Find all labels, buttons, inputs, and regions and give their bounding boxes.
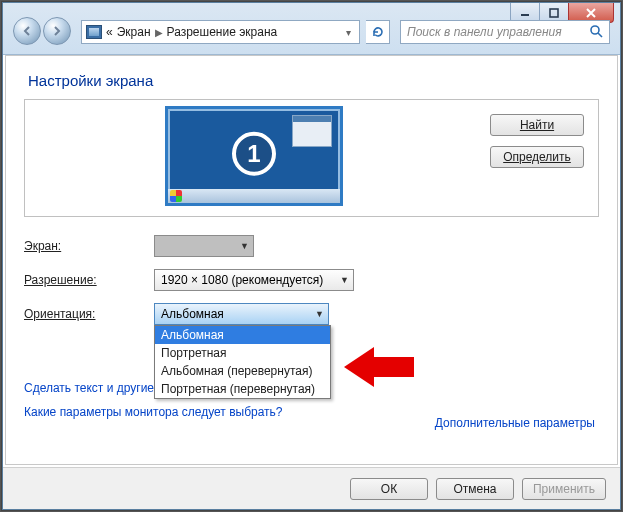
page-title: Настройки экрана bbox=[28, 72, 599, 89]
orientation-options-popup: Альбомная Портретная Альбомная (переверн… bbox=[154, 325, 331, 399]
dropdown-screen[interactable]: ▼ bbox=[154, 235, 254, 257]
start-flag-icon bbox=[170, 190, 182, 202]
display-preview-box: 1 Найти Определить bbox=[24, 99, 599, 217]
dropdown-orientation[interactable]: Альбомная ▼ Альбомная Портретная Альбомн… bbox=[154, 303, 329, 325]
forward-button[interactable] bbox=[43, 17, 71, 45]
nav-back-forward bbox=[13, 17, 75, 47]
svg-marker-4 bbox=[344, 347, 414, 387]
address-bar[interactable]: « Экран ▶ Разрешение экрана ▾ bbox=[81, 20, 360, 44]
row-resolution: Разрешение: 1920 × 1080 (рекомендуется) … bbox=[24, 269, 599, 291]
back-button[interactable] bbox=[13, 17, 41, 45]
nav-row: « Экран ▶ Разрешение экрана ▾ Поиск в па… bbox=[13, 17, 610, 47]
apply-button[interactable]: Применить bbox=[522, 478, 606, 500]
search-icon bbox=[589, 24, 603, 41]
monitor-thumbnail-1[interactable]: 1 bbox=[165, 106, 343, 206]
row-screen: Экран: ▼ bbox=[24, 235, 599, 257]
thumb-taskbar bbox=[168, 189, 340, 203]
red-callout-arrow-icon bbox=[344, 345, 414, 389]
dialog-footer: ОК Отмена Применить bbox=[3, 467, 620, 509]
search-placeholder: Поиск в панели управления bbox=[407, 25, 562, 39]
orientation-option-2[interactable]: Альбомная (перевернутая) bbox=[155, 362, 330, 380]
svg-line-3 bbox=[598, 33, 602, 37]
detect-button[interactable]: Определить bbox=[490, 146, 584, 168]
chevron-down-icon: ▼ bbox=[240, 241, 249, 251]
breadcrumb-seg-2[interactable]: Разрешение экрана bbox=[167, 25, 278, 39]
monitor-number-badge: 1 bbox=[232, 132, 276, 176]
svg-rect-1 bbox=[550, 9, 558, 17]
svg-point-2 bbox=[591, 26, 599, 34]
advanced-settings-link[interactable]: Дополнительные параметры bbox=[435, 416, 595, 430]
refresh-button[interactable] bbox=[366, 20, 390, 44]
orientation-value: Альбомная bbox=[161, 307, 224, 321]
label-orientation: Ориентация: bbox=[24, 307, 154, 321]
resolution-value: 1920 × 1080 (рекомендуется) bbox=[161, 273, 323, 287]
ok-button[interactable]: ОК bbox=[350, 478, 428, 500]
orientation-option-0[interactable]: Альбомная bbox=[155, 326, 330, 344]
orientation-option-1[interactable]: Портретная bbox=[155, 344, 330, 362]
search-input[interactable]: Поиск в панели управления bbox=[400, 20, 610, 44]
breadcrumb-seg-1[interactable]: Экран bbox=[117, 25, 151, 39]
thumb-window-icon bbox=[292, 115, 332, 147]
window-frame: « Экран ▶ Разрешение экрана ▾ Поиск в па… bbox=[2, 2, 621, 510]
dropdown-resolution[interactable]: 1920 × 1080 (рекомендуется) ▼ bbox=[154, 269, 354, 291]
svg-rect-0 bbox=[521, 14, 529, 16]
which-monitor-help-link[interactable]: Какие параметры монитора следует выбрать… bbox=[24, 405, 283, 419]
find-button[interactable]: Найти bbox=[490, 114, 584, 136]
address-dropdown-icon[interactable]: ▾ bbox=[342, 27, 355, 38]
settings-form: Экран: ▼ Разрешение: 1920 × 1080 (рекоме… bbox=[24, 235, 599, 325]
label-resolution: Разрешение: bbox=[24, 273, 154, 287]
chevron-down-icon: ▼ bbox=[315, 309, 324, 319]
cancel-button[interactable]: Отмена bbox=[436, 478, 514, 500]
text-size-link[interactable]: Сделать текст и другие bbox=[24, 381, 154, 395]
chevron-right-icon: ▶ bbox=[151, 27, 167, 38]
control-panel-icon bbox=[86, 25, 102, 39]
chevron-down-icon: ▼ bbox=[340, 275, 349, 285]
preview-side-buttons: Найти Определить bbox=[490, 114, 584, 168]
label-screen: Экран: bbox=[24, 239, 154, 253]
row-orientation: Ориентация: Альбомная ▼ Альбомная Портре… bbox=[24, 303, 599, 325]
content-panel: Настройки экрана 1 Найти Определить Экра… bbox=[5, 55, 618, 465]
titlebar-glass: « Экран ▶ Разрешение экрана ▾ Поиск в па… bbox=[3, 3, 620, 55]
breadcrumb-prefix: « bbox=[106, 25, 113, 39]
orientation-option-3[interactable]: Портретная (перевернутая) bbox=[155, 380, 330, 398]
